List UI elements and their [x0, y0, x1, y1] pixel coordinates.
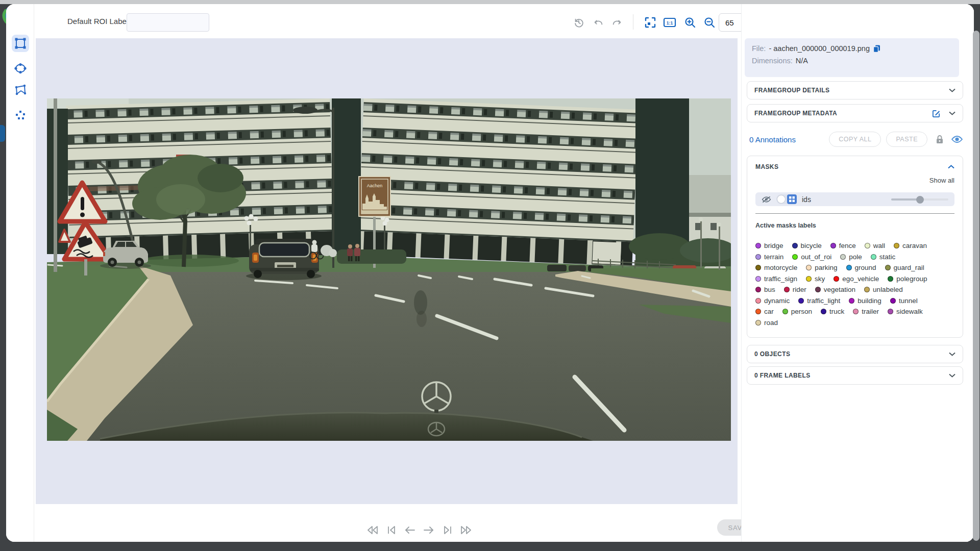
- zoom-out-icon[interactable]: [703, 16, 716, 29]
- photo-street-scene[interactable]: Aachen: [47, 98, 731, 441]
- mask-label-dynamic[interactable]: dynamic: [755, 297, 790, 305]
- history-icon[interactable]: [572, 16, 585, 29]
- mask-label-traffic_sign[interactable]: traffic_sign: [755, 275, 797, 283]
- mask-label-sky[interactable]: sky: [806, 275, 825, 283]
- mask-label-sidewalk[interactable]: sidewalk: [888, 308, 923, 315]
- mask-label-out_of_roi[interactable]: out_of_roi: [792, 253, 831, 261]
- next-frame-icon[interactable]: [422, 523, 435, 537]
- masks-panel: MASKS Show all ids Active masks labels: [747, 156, 963, 338]
- fast-backward-icon[interactable]: [366, 523, 379, 537]
- roi-input[interactable]: [127, 13, 209, 32]
- ids-label: ids: [802, 195, 886, 204]
- objects-title: 0 OBJECTS: [754, 350, 949, 358]
- mask-label-bridge[interactable]: bridge: [755, 242, 783, 249]
- mask-label-bus[interactable]: bus: [755, 286, 775, 293]
- drawer-handle[interactable]: [0, 125, 5, 142]
- polygon-tool-button[interactable]: [12, 81, 29, 98]
- mask-label-caravan[interactable]: caravan: [894, 242, 927, 249]
- slider-fill: [891, 198, 920, 201]
- dimensions-value: N/A: [796, 57, 808, 65]
- mask-label-rider[interactable]: rider: [784, 286, 806, 293]
- fit-to-screen-icon[interactable]: [644, 16, 657, 29]
- mask-label-building[interactable]: building: [849, 297, 881, 305]
- copy-all-button[interactable]: COPY ALL: [829, 132, 881, 147]
- grid-icon: [787, 194, 797, 204]
- mask-label-truck[interactable]: truck: [821, 308, 844, 315]
- rectangle-tool-button[interactable]: [12, 35, 29, 52]
- mask-label-bicycle[interactable]: bicycle: [792, 242, 822, 249]
- mask-color-dot: [865, 243, 870, 248]
- mask-label-vegetation[interactable]: vegetation: [815, 286, 855, 293]
- divider: [755, 213, 954, 214]
- dimensions-label: Dimensions:: [752, 57, 793, 65]
- window-top-strip: [0, 0, 980, 4]
- framegroup-details-accordion[interactable]: FRAMEGROUP DETAILS: [747, 81, 963, 99]
- mask-label-ground[interactable]: ground: [846, 264, 876, 271]
- undo-icon[interactable]: [592, 16, 605, 29]
- objects-accordion[interactable]: 0 OBJECTS: [747, 345, 963, 363]
- mask-label-text: motorcycle: [764, 264, 797, 271]
- mask-label-traffic_light[interactable]: traffic_light: [798, 297, 840, 305]
- mask-label-ego_vehicle[interactable]: ego_vehicle: [834, 275, 879, 283]
- frame-labels-accordion[interactable]: 0 FRAME LABELS: [747, 366, 963, 385]
- skip-to-end-icon[interactable]: [441, 523, 454, 537]
- frame-labels-title: 0 FRAME LABELS: [754, 372, 949, 379]
- eye-off-icon[interactable]: [762, 195, 771, 204]
- slider-thumb[interactable]: [916, 196, 924, 204]
- zoom-in-icon[interactable]: [683, 16, 697, 29]
- mask-label-car[interactable]: car: [755, 308, 774, 315]
- paste-button[interactable]: PASTE: [886, 132, 927, 147]
- mask-label-terrain[interactable]: terrain: [755, 253, 783, 261]
- mask-label-pole[interactable]: pole: [840, 253, 862, 261]
- ellipse-tool-icon: [14, 62, 27, 74]
- fast-forward-icon[interactable]: [459, 523, 473, 537]
- page-scrollbar[interactable]: [973, 31, 979, 541]
- skip-to-start-icon[interactable]: [385, 523, 398, 537]
- ids-toggle[interactable]: [776, 194, 797, 204]
- actual-size-icon[interactable]: 1:1: [663, 16, 676, 29]
- mask-label-parking[interactable]: parking: [806, 264, 837, 271]
- annotation-canvas[interactable]: Aachen: [36, 38, 738, 504]
- tool-sidebar: [6, 4, 34, 542]
- mask-label-wall[interactable]: wall: [865, 242, 885, 249]
- eye-icon[interactable]: [951, 135, 963, 144]
- mask-label-unlabeled[interactable]: unlabeled: [864, 286, 903, 293]
- redo-icon[interactable]: [610, 16, 624, 29]
- ids-opacity-slider[interactable]: [891, 196, 948, 203]
- mask-color-dot: [890, 298, 896, 304]
- mask-label-text: traffic_sign: [764, 275, 797, 283]
- mask-label-text: building: [857, 297, 881, 305]
- mask-label-text: dynamic: [764, 297, 790, 305]
- mask-label-text: unlabeled: [873, 286, 903, 293]
- mask-label-guard_rail[interactable]: guard_rail: [885, 264, 924, 271]
- mask-color-dot: [792, 254, 798, 260]
- lock-icon[interactable]: [935, 134, 945, 144]
- copy-icon[interactable]: [873, 44, 881, 53]
- mask-color-dot: [806, 276, 812, 282]
- right-panel: File: - aachen_000000_000019.png Dimensi…: [741, 4, 974, 542]
- mask-label-text: wall: [873, 242, 885, 249]
- mask-color-dot: [755, 254, 761, 260]
- mask-color-dot: [864, 287, 870, 292]
- chevron-up-icon[interactable]: [948, 165, 954, 169]
- mask-label-text: car: [764, 308, 774, 315]
- mask-label-motorcycle[interactable]: motorcycle: [755, 264, 797, 271]
- mask-label-tunnel[interactable]: tunnel: [890, 297, 918, 305]
- ellipse-tool-button[interactable]: [12, 60, 29, 77]
- edit-icon[interactable]: [932, 109, 941, 118]
- app-window: Default ROI Label(s): 1:1 65 % Current S…: [6, 4, 974, 542]
- svg-text:Aachen: Aachen: [367, 183, 383, 188]
- mask-label-trailer[interactable]: trailer: [853, 308, 879, 315]
- mask-label-road[interactable]: road: [755, 319, 778, 327]
- show-all-link[interactable]: Show all: [755, 177, 954, 184]
- mask-label-static[interactable]: static: [871, 253, 896, 261]
- mask-label-polegroup[interactable]: polegroup: [888, 275, 927, 283]
- previous-frame-icon[interactable]: [403, 523, 416, 537]
- mask-label-fence[interactable]: fence: [830, 242, 856, 249]
- mask-color-dot: [871, 254, 876, 260]
- points-tool-button[interactable]: [12, 106, 29, 123]
- mask-label-person[interactable]: person: [782, 308, 812, 315]
- mask-label-text: sky: [815, 275, 825, 283]
- framegroup-metadata-accordion[interactable]: FRAMEGROUP METADATA: [747, 104, 963, 122]
- zoom-value[interactable]: 65: [725, 18, 734, 27]
